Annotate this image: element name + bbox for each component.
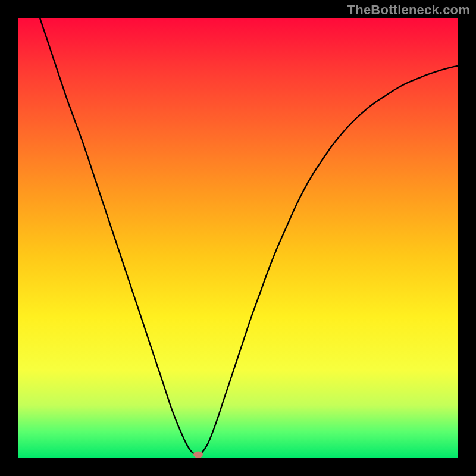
- chart-frame: TheBottleneck.com: [0, 0, 476, 476]
- minimum-marker: [193, 452, 203, 458]
- curve-svg: [18, 18, 458, 458]
- plot-area: [18, 18, 458, 458]
- watermark-text: TheBottleneck.com: [347, 2, 470, 18]
- bottleneck-curve-path: [40, 18, 458, 455]
